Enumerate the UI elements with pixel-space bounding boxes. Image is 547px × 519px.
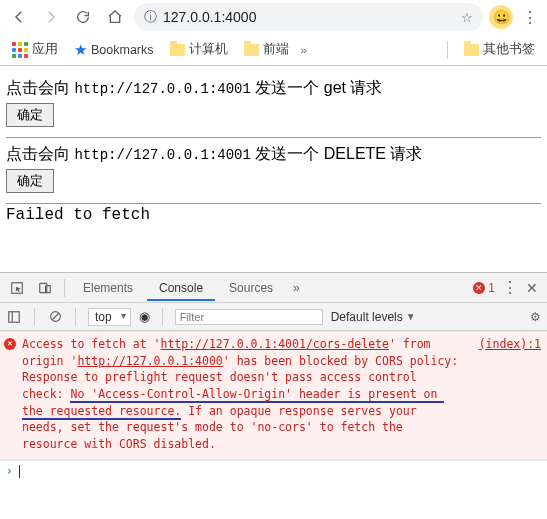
apps-icon — [12, 42, 28, 58]
page-body: 点击会向 http://127.0.0.1:4001 发送一个 get 请求 确… — [0, 66, 547, 232]
tabs-overflow[interactable]: » — [287, 275, 306, 301]
delete-confirm-button[interactable]: 确定 — [6, 169, 54, 193]
text-cursor — [19, 465, 20, 478]
chevron-down-icon: ▼ — [406, 311, 416, 322]
error-url-request[interactable]: http://127.0.0.1:4001/cors-delete — [160, 337, 388, 351]
console-filter-input[interactable] — [175, 309, 323, 325]
error-badge-icon: ✕ — [473, 282, 485, 294]
clear-console-icon[interactable] — [47, 309, 63, 325]
get-section: 点击会向 http://127.0.0.1:4001 发送一个 get 请求 确… — [6, 72, 541, 138]
browser-menu-icon[interactable]: ⋮ — [519, 8, 541, 27]
folder-icon — [244, 44, 259, 56]
error-icon: ✕ — [4, 338, 16, 350]
bookmarks-folder[interactable]: ★ Bookmarks — [70, 39, 158, 61]
star-icon: ★ — [74, 41, 87, 59]
reload-button[interactable] — [70, 4, 96, 30]
error-message: Access to fetch at 'http://127.0.0.1:400… — [22, 336, 465, 453]
home-button[interactable] — [102, 4, 128, 30]
fetch-result: Failed to fetch — [6, 204, 541, 224]
separator — [162, 308, 163, 326]
text: 点击会向 — [6, 79, 74, 96]
bookmark-star-icon[interactable]: ☆ — [461, 10, 473, 25]
device-toggle-icon[interactable] — [32, 275, 58, 301]
target-url: http://127.0.0.1:4001 — [74, 147, 250, 163]
browser-toolbar: ⓘ 127.0.0.1:4000 ☆ 😀 ⋮ — [0, 0, 547, 34]
separator — [64, 279, 65, 297]
profile-avatar[interactable]: 😀 — [489, 5, 513, 29]
get-confirm-button[interactable]: 确定 — [6, 103, 54, 127]
console-settings-icon[interactable]: ⚙ — [530, 310, 541, 324]
devtools-panel: Elements Console Sources » ✕ 1 ⋮ ✕ top ◉… — [0, 272, 547, 482]
tab-elements[interactable]: Elements — [71, 275, 145, 301]
error-source-link[interactable]: (index):1 — [471, 336, 541, 453]
text: 发送一个 DELETE 请求 — [251, 145, 423, 162]
devtools-close-icon[interactable]: ✕ — [521, 280, 543, 296]
delete-description: 点击会向 http://127.0.0.1:4001 发送一个 DELETE 请… — [6, 144, 541, 165]
folder-frontend[interactable]: 前端 — [240, 39, 293, 60]
levels-label: Default levels — [331, 310, 403, 324]
apps-label: 应用 — [32, 41, 58, 58]
folder-computer-label: 计算机 — [189, 41, 228, 58]
console-prompt[interactable]: › — [0, 460, 547, 482]
get-description: 点击会向 http://127.0.0.1:4001 发送一个 get 请求 — [6, 78, 541, 99]
separator — [447, 41, 448, 59]
text: 发送一个 get 请求 — [251, 79, 383, 96]
devtools-tabbar: Elements Console Sources » ✕ 1 ⋮ ✕ — [0, 273, 547, 303]
tab-sources[interactable]: Sources — [217, 275, 285, 301]
error-url-origin[interactable]: http://127.0.0.1:4000 — [77, 354, 222, 368]
site-info-icon[interactable]: ⓘ — [144, 8, 157, 26]
apps-shortcut[interactable]: 应用 — [8, 39, 62, 60]
bookmarks-label: Bookmarks — [91, 43, 154, 57]
live-expression-icon[interactable]: ◉ — [139, 309, 150, 324]
console-output: ✕ Access to fetch at 'http://127.0.0.1:4… — [0, 331, 547, 482]
error-count: 1 — [488, 281, 495, 295]
folder-frontend-label: 前端 — [263, 41, 289, 58]
address-bar[interactable]: ⓘ 127.0.0.1:4000 ☆ — [134, 3, 483, 31]
folder-computer[interactable]: 计算机 — [166, 39, 232, 60]
context-selector[interactable]: top — [88, 308, 131, 326]
delete-section: 点击会向 http://127.0.0.1:4001 发送一个 DELETE 请… — [6, 138, 541, 204]
separator — [75, 308, 76, 326]
folder-icon — [170, 44, 185, 56]
error-count-badge[interactable]: ✕ 1 — [473, 281, 499, 295]
svg-line-6 — [52, 313, 59, 320]
other-bookmarks[interactable]: 其他书签 — [460, 39, 539, 60]
folder-icon — [464, 44, 479, 56]
console-sidebar-toggle-icon[interactable] — [6, 309, 22, 325]
log-levels-selector[interactable]: Default levels ▼ — [331, 310, 416, 324]
svg-rect-3 — [9, 311, 20, 322]
prompt-caret-icon: › — [6, 463, 13, 480]
other-bookmarks-label: 其他书签 — [483, 41, 535, 58]
text: 点击会向 — [6, 145, 74, 162]
separator — [34, 308, 35, 326]
devtools-menu-icon[interactable]: ⋮ — [501, 278, 519, 297]
bookmarks-overflow[interactable]: » — [301, 44, 307, 56]
inspect-element-icon[interactable] — [4, 275, 30, 301]
target-url: http://127.0.0.1:4001 — [74, 81, 250, 97]
back-button[interactable] — [6, 4, 32, 30]
tab-console[interactable]: Console — [147, 275, 215, 301]
forward-button[interactable] — [38, 4, 64, 30]
console-toolbar: top ◉ Default levels ▼ ⚙ — [0, 303, 547, 331]
url-text: 127.0.0.1:4000 — [163, 9, 256, 25]
bookmarks-bar: 应用 ★ Bookmarks 计算机 前端 » 其他书签 — [0, 34, 547, 66]
console-error-row: ✕ Access to fetch at 'http://127.0.0.1:4… — [0, 331, 547, 460]
